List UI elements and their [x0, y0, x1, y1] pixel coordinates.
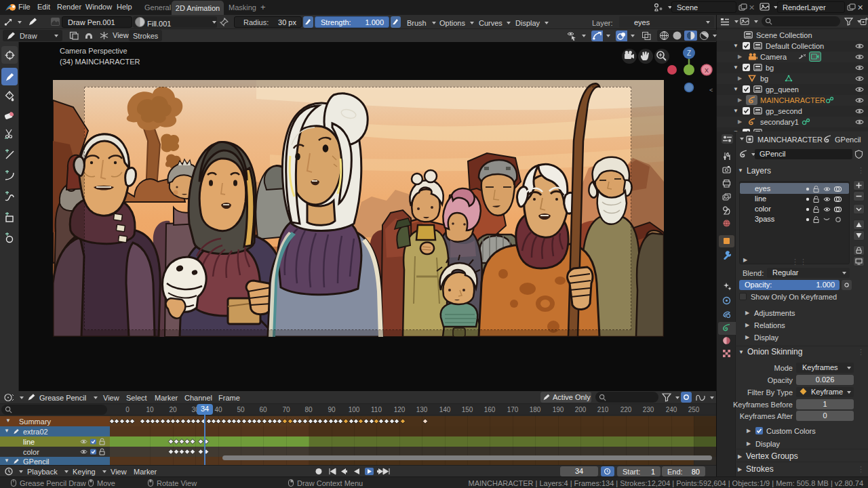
svg-text:Z: Z [687, 49, 691, 57]
svg-text:X: X [705, 67, 709, 74]
